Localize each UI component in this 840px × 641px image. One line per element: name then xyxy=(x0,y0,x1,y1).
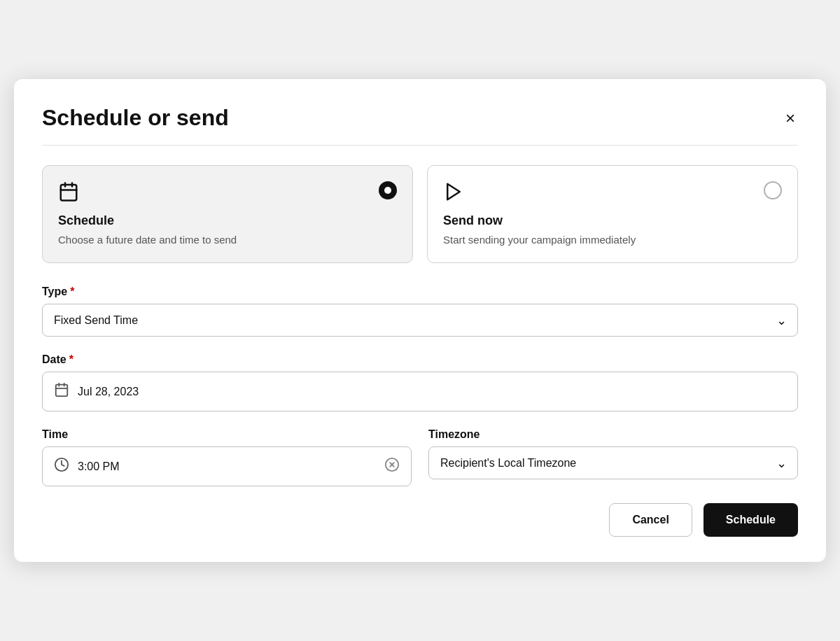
timezone-select-wrapper: Recipient's Local Timezone UTC America/N… xyxy=(428,446,798,479)
option-cards: Schedule Choose a future date and time t… xyxy=(42,165,798,263)
cancel-button[interactable]: Cancel xyxy=(609,503,692,537)
time-field-group: Time 3:00 PM xyxy=(42,428,412,486)
modal-footer: Cancel Schedule xyxy=(42,503,798,537)
svg-rect-0 xyxy=(61,185,77,201)
time-clock-icon xyxy=(54,457,69,476)
date-field-group: Date * Jul 28, 2023 xyxy=(42,353,798,411)
type-select-wrapper: Fixed Send Time Recipient's Timezone Opt… xyxy=(42,304,798,337)
close-button[interactable]: × xyxy=(783,107,798,129)
send-icon xyxy=(443,181,464,205)
date-calendar-icon xyxy=(54,382,69,401)
timezone-field-group: Timezone Recipient's Local Timezone UTC … xyxy=(428,428,798,486)
send-now-card-label: Send now xyxy=(443,213,782,228)
time-timezone-row: Time 3:00 PM xyxy=(42,428,798,486)
schedule-option-card[interactable]: Schedule Choose a future date and time t… xyxy=(42,165,413,263)
card-top-row-2 xyxy=(443,181,782,205)
schedule-button[interactable]: Schedule xyxy=(704,503,798,537)
card-top-row xyxy=(58,181,397,205)
modal-title: Schedule or send xyxy=(42,104,229,131)
time-clear-icon[interactable] xyxy=(384,457,400,476)
time-label: Time xyxy=(42,428,412,441)
header-divider xyxy=(42,145,798,146)
time-input[interactable]: 3:00 PM xyxy=(42,446,412,486)
type-select[interactable]: Fixed Send Time Recipient's Timezone Opt… xyxy=(42,304,798,337)
time-value: 3:00 PM xyxy=(78,460,120,473)
timezone-label: Timezone xyxy=(428,428,798,441)
schedule-or-send-modal: Schedule or send × Schedule xyxy=(14,79,826,562)
date-input[interactable]: Jul 28, 2023 xyxy=(42,372,798,411)
schedule-card-label: Schedule xyxy=(58,213,397,228)
timezone-select[interactable]: Recipient's Local Timezone UTC America/N… xyxy=(428,446,798,479)
svg-marker-4 xyxy=(447,184,460,200)
send-now-radio[interactable] xyxy=(764,181,782,199)
modal-header: Schedule or send × xyxy=(42,104,798,131)
date-required-star: * xyxy=(69,353,74,366)
time-left: 3:00 PM xyxy=(54,457,120,476)
send-now-card-desc: Start sending your campaign immediately xyxy=(443,232,782,247)
date-value: Jul 28, 2023 xyxy=(78,386,139,398)
type-field-group: Type * Fixed Send Time Recipient's Timez… xyxy=(42,286,798,337)
type-label: Type * xyxy=(42,286,798,298)
date-label: Date * xyxy=(42,353,798,366)
schedule-radio[interactable] xyxy=(379,181,397,199)
calendar-icon xyxy=(58,181,79,205)
svg-rect-5 xyxy=(56,385,68,397)
type-required-star: * xyxy=(70,286,74,298)
send-now-option-card[interactable]: Send now Start sending your campaign imm… xyxy=(427,165,798,263)
radio-inner xyxy=(384,187,391,194)
schedule-card-desc: Choose a future date and time to send xyxy=(58,232,397,247)
